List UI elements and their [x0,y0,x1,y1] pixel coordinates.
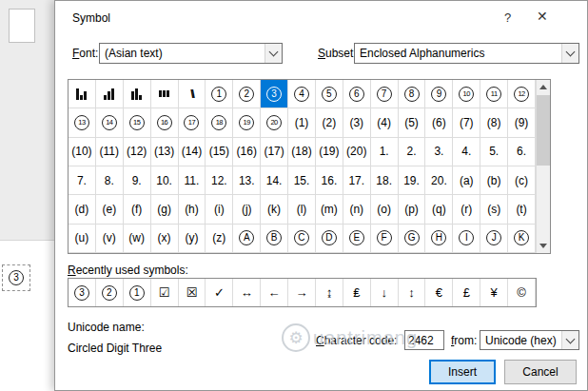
subset-dropdown-button[interactable] [561,44,578,63]
symbol-cell[interactable] [69,80,96,108]
recent-symbol-cell[interactable]: € [425,279,453,306]
symbol-cell[interactable]: (16) [233,138,261,166]
recent-symbol-cell[interactable]: ☒ [179,279,206,306]
symbol-cell[interactable]: 14. [261,166,288,195]
recent-symbol-cell[interactable]: 3 [69,279,96,306]
symbol-cell[interactable]: A [233,225,261,253]
symbol-cell[interactable]: 11 [480,80,508,108]
symbol-cell[interactable]: (12) [124,138,151,166]
symbol-cell[interactable]: (e) [96,195,124,224]
symbol-cell[interactable]: (y) [179,225,206,253]
symbol-cell[interactable]: 15 [124,108,151,137]
symbol-cell[interactable]: \\ [179,80,206,108]
symbol-cell[interactable]: 15. [288,166,316,195]
symbol-cell[interactable]: 7 [371,80,399,108]
symbol-cell[interactable]: (j) [233,195,261,224]
recent-symbol-cell[interactable]: ↓ [371,279,399,306]
symbol-cell[interactable]: I [453,225,480,253]
symbol-cell[interactable]: (5) [399,108,426,137]
symbol-cell[interactable]: (g) [151,195,179,224]
symbol-cell[interactable]: (8) [480,108,508,137]
symbol-cell[interactable]: 17 [179,108,206,137]
symbol-cell[interactable]: 6. [508,138,536,166]
symbol-cell[interactable]: (c) [508,166,536,195]
recent-symbol-cell[interactable]: © [508,279,536,306]
help-button[interactable]: ? [504,10,511,25]
symbol-cell[interactable] [124,80,151,108]
symbol-cell[interactable]: (d) [69,195,96,224]
recent-symbol-cell[interactable]: ✓ [206,279,233,306]
symbol-cell[interactable]: (i) [206,195,233,224]
symbol-cell[interactable]: 19 [233,108,261,137]
symbol-cell[interactable]: E [343,225,371,253]
symbol-cell[interactable]: (7) [453,108,480,137]
recent-symbol-cell[interactable]: ← [261,279,288,306]
symbol-cell[interactable]: (14) [179,138,206,166]
font-dropdown-button[interactable] [265,44,282,63]
symbol-cell[interactable]: (z) [206,225,233,253]
symbol-cell[interactable]: 1. [371,138,399,166]
symbol-cell[interactable]: (r) [453,195,480,224]
symbol-cell[interactable]: 18. [371,166,399,195]
symbol-cell[interactable]: (k) [261,195,288,224]
scrollbar[interactable] [536,80,550,253]
symbol-cell[interactable]: 5 [316,80,343,108]
symbol-cell[interactable]: (10) [69,138,96,166]
symbol-cell[interactable]: 3. [425,138,453,166]
symbol-cell[interactable]: (s) [480,195,508,224]
symbol-cell[interactable]: 20 [261,108,288,137]
symbol-cell[interactable]: 4. [453,138,480,166]
symbol-cell[interactable]: (f) [124,195,151,224]
recent-symbol-cell[interactable]: 2 [96,279,124,306]
recent-symbol-cell[interactable]: ¥ [480,279,508,306]
symbol-cell[interactable]: F [371,225,399,253]
close-icon[interactable]: ✕ [537,9,548,24]
recent-symbol-cell[interactable]: ☑ [151,279,179,306]
symbol-cell[interactable]: (a) [453,166,480,195]
symbol-cell[interactable]: (17) [261,138,288,166]
symbol-cell[interactable]: 13. [233,166,261,195]
symbol-cell[interactable]: 1 [206,80,233,108]
symbol-cell[interactable]: D [316,225,343,253]
scroll-down-button[interactable] [537,239,550,253]
symbol-cell[interactable]: (20) [343,138,371,166]
symbol-cell[interactable]: C [288,225,316,253]
symbol-cell[interactable] [96,80,124,108]
font-dropdown[interactable]: (Asian text) [99,43,283,64]
symbol-cell[interactable]: 16. [316,166,343,195]
symbol-cell[interactable]: 18 [206,108,233,137]
symbol-cell[interactable]: 6 [343,80,371,108]
symbol-cell[interactable]: 3 [261,80,288,108]
symbol-cell[interactable]: (h) [179,195,206,224]
symbol-cell[interactable]: (u) [69,225,96,253]
symbol-cell[interactable]: B [261,225,288,253]
recent-symbol-cell[interactable]: £ [453,279,480,306]
symbol-cell[interactable]: (4) [371,108,399,137]
symbol-cell[interactable]: (q) [425,195,453,224]
symbol-cell[interactable]: K [508,225,536,253]
symbol-cell[interactable]: (3) [343,108,371,137]
symbol-cell[interactable]: 10. [151,166,179,195]
symbol-cell[interactable]: (w) [124,225,151,253]
symbol-cell[interactable]: 8. [96,166,124,195]
recent-symbol-cell[interactable]: ↕ [399,279,426,306]
symbol-cell[interactable]: 4 [288,80,316,108]
symbol-cell[interactable]: (t) [508,195,536,224]
symbol-cell[interactable]: (l) [288,195,316,224]
symbol-cell[interactable]: (9) [508,108,536,137]
recent-symbol-cell[interactable]: ↔ [233,279,261,306]
scrollbar-thumb[interactable] [537,95,550,166]
recent-symbol-cell[interactable]: ₤ [343,279,371,306]
symbol-cell[interactable]: 8 [399,80,426,108]
symbol-cell[interactable]: 16 [151,108,179,137]
symbol-cell[interactable]: (2) [316,108,343,137]
symbol-cell[interactable]: 19. [399,166,426,195]
symbol-cell[interactable]: (6) [425,108,453,137]
symbol-cell[interactable]: (p) [399,195,426,224]
insert-button[interactable]: Insert [429,360,496,384]
from-dropdown-button[interactable] [561,331,578,349]
symbol-cell[interactable]: (o) [371,195,399,224]
symbol-cell[interactable]: 9. [124,166,151,195]
symbol-cell[interactable]: 13 [69,108,96,137]
symbol-cell[interactable]: 20. [425,166,453,195]
